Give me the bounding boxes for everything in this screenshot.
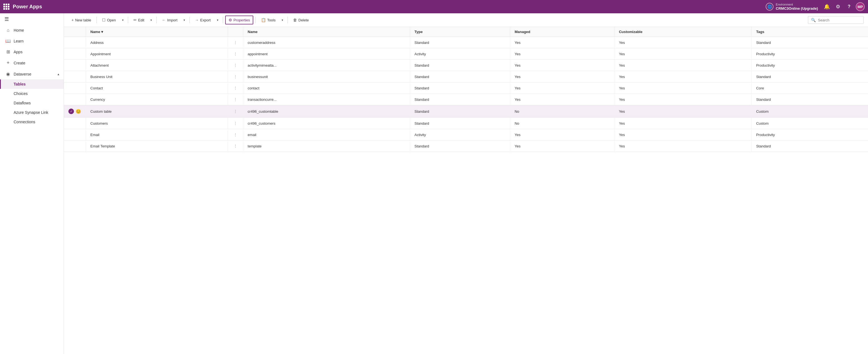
table-row[interactable]: Business Unit⋮businessunitStandardYesYes…	[64, 71, 868, 82]
sidebar-item-azure-synapse-link[interactable]: Azure Synapse Link	[0, 108, 64, 117]
col-header-managed[interactable]: Managed	[510, 27, 614, 37]
row-managed-cell: Yes	[510, 48, 614, 60]
context-menu-icon[interactable]: ⋮	[232, 86, 239, 90]
search-input[interactable]	[818, 18, 857, 22]
context-menu-icon[interactable]: ⋮	[232, 144, 239, 148]
row-name-cell: Attachment	[86, 60, 228, 71]
properties-button[interactable]: ⚙ Properties	[225, 15, 253, 25]
row-context-menu[interactable]: ⋮	[228, 94, 243, 105]
open-button[interactable]: ☐ Open	[99, 16, 119, 24]
row-context-menu[interactable]: ⋮	[228, 129, 243, 140]
row-context-menu[interactable]: ⋮	[228, 82, 243, 94]
table-row[interactable]: Attachment⋮activitymimeatta...StandardYe…	[64, 60, 868, 71]
tools-dropdown-button[interactable]: ▾	[280, 16, 285, 24]
row-context-menu[interactable]: ⋮	[228, 48, 243, 60]
context-menu-icon[interactable]: ⋮	[232, 63, 239, 67]
environment-info[interactable]: 🌐 Environment CRMC3Online (Upgrade)	[766, 3, 818, 11]
context-menu-icon[interactable]: ⋮	[232, 40, 239, 45]
sidebar-item-tables[interactable]: Tables	[0, 79, 64, 89]
sidebar-item-dataflows[interactable]: Dataflows	[0, 98, 64, 108]
table-row[interactable]: ✓😊Custom table⋮cr496_customtableStandard…	[64, 105, 868, 118]
row-tags-cell: Custom	[751, 118, 868, 129]
import-button[interactable]: ← Import	[159, 16, 180, 24]
open-icon: ☐	[102, 18, 106, 22]
dataverse-icon: ◉	[5, 71, 11, 77]
table-row[interactable]: Email⋮emailActivityYesYesProductivity	[64, 129, 868, 140]
delete-icon: 🗑	[293, 18, 297, 22]
main-content: + New table ☐ Open ▾ ✏ Edit ▾ ← Import ▾	[64, 13, 868, 354]
new-table-label: New table	[75, 18, 91, 22]
row-context-menu[interactable]: ⋮	[228, 60, 243, 71]
top-nav: Power Apps 🌐 Environment CRMC3Online (Up…	[0, 0, 868, 13]
table-row[interactable]: Address⋮customeraddressStandardYesYesSta…	[64, 37, 868, 48]
tools-button[interactable]: 📋 Tools	[258, 16, 279, 24]
sidebar-item-dataverse[interactable]: ◉ Dataverse ▴	[0, 69, 64, 79]
row-selector-cell	[64, 37, 86, 48]
row-name-cell: Currency	[86, 94, 228, 105]
context-menu-icon[interactable]: ⋮	[232, 97, 239, 102]
table-row[interactable]: Contact⋮contactStandardYesYesCore	[64, 82, 868, 94]
table-row[interactable]: Customers⋮cr496_customersStandardNoYesCu…	[64, 118, 868, 129]
context-menu-icon[interactable]: ⋮	[232, 133, 239, 137]
row-context-menu[interactable]: ⋮	[228, 105, 243, 118]
apps-icon: ⊞	[5, 49, 11, 55]
sidebar-item-choices[interactable]: Choices	[0, 89, 64, 98]
table-header-row: Name ▾ Name Type Managed Customizable Ta…	[64, 27, 868, 37]
properties-icon: ⚙	[228, 18, 232, 22]
import-icon: ←	[162, 18, 166, 22]
row-context-menu[interactable]: ⋮	[228, 71, 243, 82]
col-header-name[interactable]: Name ▾	[86, 27, 228, 37]
table-row[interactable]: Currency⋮transactioncurre...StandardYesY…	[64, 94, 868, 105]
row-name-cell: Business Unit	[86, 71, 228, 82]
row-selector-cell	[64, 94, 86, 105]
table-row[interactable]: Appointment⋮appointmentActivityYesYesPro…	[64, 48, 868, 60]
context-menu-icon[interactable]: ⋮	[232, 51, 239, 56]
col-header-tags[interactable]: Tags	[751, 27, 868, 37]
new-table-button[interactable]: + New table	[68, 16, 94, 24]
notification-button[interactable]: 🔔	[823, 2, 831, 11]
row-name-value-cell: cr496_customers	[243, 118, 410, 129]
row-type-cell: Standard	[410, 94, 510, 105]
row-name-value-cell: email	[243, 129, 410, 140]
sidebar-item-create[interactable]: + Create	[0, 57, 64, 69]
open-dropdown-button[interactable]: ▾	[120, 16, 126, 24]
avatar[interactable]: MP	[856, 2, 865, 11]
settings-button[interactable]: ⚙	[834, 2, 842, 11]
edit-label: Edit	[138, 18, 144, 22]
sidebar-item-apps[interactable]: ⊞ Apps	[0, 46, 64, 57]
sidebar-item-learn[interactable]: 📖 Learn	[0, 36, 64, 46]
context-menu-icon[interactable]: ⋮	[232, 74, 239, 79]
row-selector-cell	[64, 82, 86, 94]
edit-dropdown-button[interactable]: ▾	[149, 16, 154, 24]
col-header-name-value[interactable]: Name	[243, 27, 410, 37]
row-customizable-cell: Yes	[614, 71, 752, 82]
export-dropdown-button[interactable]: ▾	[215, 16, 220, 24]
row-selector-cell: ✓😊	[64, 105, 86, 118]
context-menu-icon[interactable]: ⋮	[232, 121, 239, 126]
main-layout: ☰ ⌂ Home 📖 Learn ⊞ Apps + Create ◉ Datav…	[0, 13, 868, 354]
properties-label: Properties	[234, 18, 250, 22]
check-circle-icon: ✓	[68, 109, 74, 114]
row-managed-cell: Yes	[510, 82, 614, 94]
row-context-menu[interactable]: ⋮	[228, 140, 243, 152]
row-context-menu[interactable]: ⋮	[228, 37, 243, 48]
help-button[interactable]: ?	[845, 2, 854, 11]
context-menu-icon[interactable]: ⋮	[232, 109, 239, 113]
import-dropdown-button[interactable]: ▾	[182, 16, 187, 24]
sidebar-item-connections[interactable]: Connections	[0, 117, 64, 127]
sidebar-toggle-button[interactable]: ☰	[0, 13, 64, 25]
table-row[interactable]: Email Template⋮templateStandardYesYesSta…	[64, 140, 868, 152]
col-header-customizable[interactable]: Customizable	[614, 27, 752, 37]
row-tags-cell: Core	[751, 82, 868, 94]
col-header-type[interactable]: Type	[410, 27, 510, 37]
emoji-icon: 😊	[75, 109, 81, 114]
delete-button[interactable]: 🗑 Delete	[290, 16, 312, 24]
waffle-icon[interactable]	[3, 4, 9, 10]
row-name-value-cell: cr496_customtable	[243, 105, 410, 118]
sidebar-item-home[interactable]: ⌂ Home	[0, 25, 64, 36]
row-managed-cell: Yes	[510, 60, 614, 71]
edit-button[interactable]: ✏ Edit	[130, 16, 147, 24]
row-managed-cell: Yes	[510, 140, 614, 152]
row-context-menu[interactable]: ⋮	[228, 118, 243, 129]
export-button[interactable]: → Export	[192, 16, 214, 24]
